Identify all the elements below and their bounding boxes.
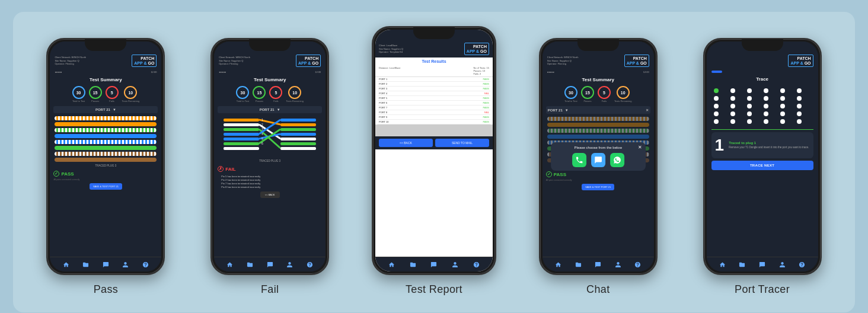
fail-crossed-wires: 1 2 3 4 5 6	[214, 115, 326, 158]
tracer-home-icon[interactable]	[718, 260, 726, 269]
report-help-icon[interactable]	[472, 260, 480, 269]
chat-save-button[interactable]: SAVE & TEST PORT 21	[582, 184, 614, 190]
tracer-status-bar	[707, 69, 818, 74]
svg-text:3: 3	[261, 127, 263, 131]
wire-2	[55, 122, 157, 126]
circle-remaining: 10 Tests Remaining	[122, 86, 140, 103]
fail-notch	[249, 39, 291, 51]
pass-badge: ✓ PASS	[53, 171, 158, 177]
pass-header-info: Client Network: WINCH North Site Name: S…	[55, 56, 86, 66]
svg-rect-4	[224, 138, 259, 140]
chat-status-bar: ●●●●●12:00	[542, 69, 654, 75]
report-row-4: PORT 4FAIL	[378, 91, 490, 96]
wire-6	[55, 146, 157, 150]
chat-user-icon[interactable]	[614, 260, 622, 269]
modal-close-icon[interactable]: ✕	[638, 145, 642, 150]
chat-port-selector[interactable]: PORT 21▼ ✕	[546, 106, 650, 114]
fail-badge: ✗ FAIL	[218, 166, 322, 172]
pass-summary-title: Test Summary	[50, 75, 161, 84]
home-icon[interactable]	[62, 260, 70, 269]
report-title: Test Results	[375, 58, 493, 65]
svg-rect-13	[280, 119, 316, 122]
tracer-dot	[780, 88, 785, 93]
app-container: Client Network: WINCH North Site Name: S…	[13, 12, 855, 312]
tracer-dot	[797, 88, 802, 93]
fail-folder-icon[interactable]	[246, 260, 254, 269]
pass-column: Client Network: WINCH North Site Name: S…	[32, 38, 180, 296]
tracer-column: PATCHAPP & GO Trace	[688, 38, 836, 296]
pass-port-selector[interactable]: PORT 21 ▼	[53, 106, 158, 113]
report-row-2: PORT 2PASS	[378, 82, 490, 87]
trace-next-button[interactable]: TRACE NEXT	[711, 161, 813, 170]
tracer-label: Port Tracer	[735, 283, 790, 296]
fail-phone: Client Network: WINCH North Site Name: S…	[210, 38, 329, 275]
chat-help-icon[interactable]	[634, 260, 642, 269]
report-row-3: PORT 3PASS	[378, 87, 490, 91]
report-column: Client: LexaBlaze Site Name: Sapphire Q …	[360, 26, 508, 296]
tracer-folder-icon[interactable]	[738, 260, 746, 269]
fail-help-icon[interactable]	[305, 260, 314, 269]
pass-status-area: ✓ PASS All pairs connected correctly SAV…	[50, 168, 161, 191]
tracer-status-body: Remove your T1 Dongle and insert it into…	[729, 146, 809, 149]
circle-passes-value: 15	[89, 86, 102, 99]
tracer-help-icon[interactable]	[798, 260, 806, 269]
folder-icon[interactable]	[82, 260, 90, 269]
pass-traced-label: TRACED PLUG 3	[50, 163, 161, 168]
fail-screen: Client Network: WINCH North Site Name: S…	[214, 41, 326, 272]
pass-status-bar: ●●●●●12:00	[50, 69, 161, 75]
chat-home-icon[interactable]	[554, 260, 563, 269]
fail-user-icon[interactable]	[286, 260, 294, 269]
report-user-icon[interactable]	[451, 260, 459, 269]
svg-rect-19	[280, 147, 316, 150]
fail-column: Client Network: WINCH North Site Name: S…	[196, 38, 344, 296]
fail-home-icon[interactable]	[226, 260, 234, 269]
report-mail-button[interactable]: SEND TO MAIL	[435, 139, 489, 147]
tracer-dot	[764, 88, 768, 93]
fail-chat-icon[interactable]	[266, 260, 274, 269]
tracer-notch	[742, 39, 783, 51]
svg-text:4: 4	[261, 132, 263, 136]
pass-label: Pass	[94, 283, 118, 296]
svg-rect-3	[224, 133, 259, 136]
tracer-info-card: 1 Traced to plug 1 Remove your T1 Dongle…	[711, 132, 813, 158]
report-back-button[interactable]: << BACK	[379, 139, 433, 147]
svg-text:2: 2	[261, 123, 263, 126]
chat-chat-icon[interactable]	[594, 260, 602, 269]
phone-call-icon[interactable]	[572, 153, 586, 167]
report-rows: PORT 1PASS PORT 2PASS PORT 3PASS PORT 4F…	[375, 77, 493, 124]
tracer-dot-active	[714, 88, 719, 93]
fail-port-selector[interactable]: PORT 21▼	[218, 106, 322, 113]
svg-rect-16	[280, 133, 316, 136]
whatsapp-icon[interactable]	[610, 153, 624, 167]
pass-save-button[interactable]: SAVE & TEST PORT 21	[90, 183, 122, 190]
fail-label: Fail	[261, 283, 279, 296]
help-icon[interactable]	[142, 260, 150, 269]
chat-modal: ✕ Please choose from the below	[551, 142, 646, 171]
chat-pass-badge: ✓ PASS	[546, 171, 650, 177]
tracer-status-title: Traced to plug 1	[729, 141, 809, 145]
fail-circle-icon: ✗	[218, 166, 224, 172]
report-folder-icon[interactable]	[409, 260, 417, 269]
chat-status-area: ✓ PASS All pairs connected correctly SAV…	[542, 169, 654, 191]
chat-icon[interactable]	[101, 260, 110, 269]
fail-back-button[interactable]: << BACK	[260, 191, 280, 198]
user-icon[interactable]	[122, 260, 130, 269]
pass-app-logo: PATCHAPP & GO	[132, 55, 157, 67]
report-chat-icon[interactable]	[430, 260, 438, 269]
tracer-chat-icon[interactable]	[758, 260, 767, 269]
svg-rect-18	[280, 142, 316, 145]
tracer-dot	[747, 88, 752, 93]
tracer-user-icon[interactable]	[778, 260, 786, 269]
report-content: Test Results Distance: LoveBlaze No of T…	[375, 58, 493, 124]
chat-label: Chat	[586, 283, 609, 296]
report-row-10: PORT 10PASS	[378, 120, 490, 124]
message-icon[interactable]	[591, 153, 605, 167]
chat-folder-icon[interactable]	[574, 260, 582, 269]
pass-screen: Client Network: WINCH North Site Name: S…	[50, 41, 161, 272]
chat-app-logo: PATCHAPP & GO	[624, 55, 649, 67]
tracer-number: 1	[715, 136, 725, 155]
fail-app-logo: PATCHAPP & GO	[296, 55, 321, 67]
fail-status-bar: ●●●●●12:00	[214, 69, 326, 75]
report-home-icon[interactable]	[388, 260, 396, 269]
phone-notch	[85, 39, 126, 51]
